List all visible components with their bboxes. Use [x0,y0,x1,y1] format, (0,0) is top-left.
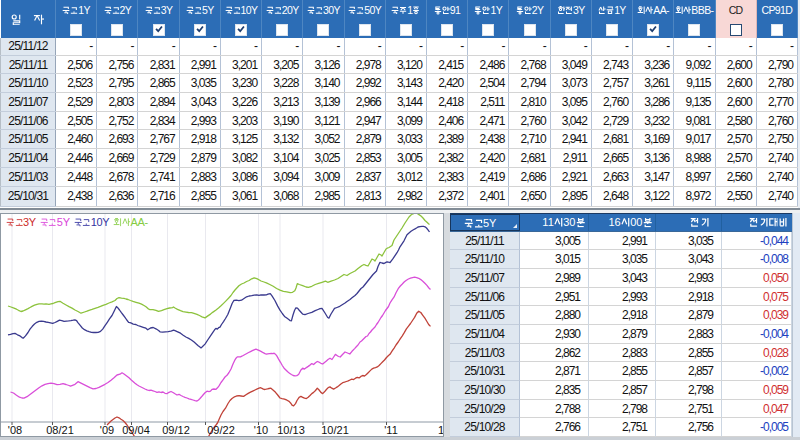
svg-text:'09: '09 [100,424,114,436]
svg-text:'08: '08 [8,424,22,436]
svg-text:08/21: 08/21 [46,424,74,436]
svg-text:'10: '10 [254,424,268,436]
svg-text:09/22: 09/22 [207,424,235,436]
svg-text:'11: '11 [384,424,398,436]
svg-text:10/13: 10/13 [277,424,305,436]
svg-text:09/04: 09/04 [122,424,150,436]
svg-text:1: 1 [438,424,443,436]
svg-text:10/21: 10/21 [321,424,349,436]
svg-text:09/12: 09/12 [162,424,190,436]
